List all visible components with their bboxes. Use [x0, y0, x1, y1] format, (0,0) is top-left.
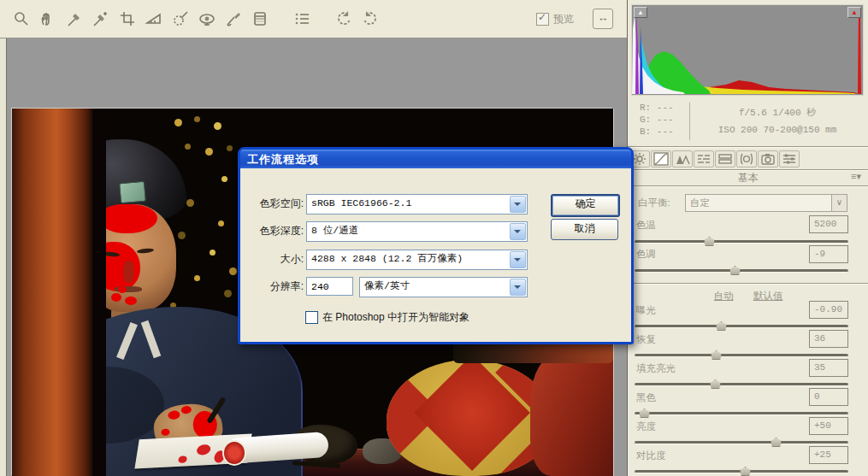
eye: [137, 248, 154, 254]
slider-thumb[interactable]: [729, 266, 741, 275]
highlight-clipping-overlay: [168, 410, 180, 420]
size-dropdown[interactable]: 4288 x 2848 (12.2 百万像素): [306, 250, 528, 270]
fill-light-value-box[interactable]: 35: [809, 359, 848, 377]
chevron-down-icon: [510, 223, 526, 240]
color-depth-value: 8 位/通道: [311, 225, 358, 236]
contrast-slider[interactable]: [635, 467, 848, 476]
nose-shadow: [123, 261, 134, 283]
split-toning-tab-icon[interactable]: [715, 150, 735, 167]
white-balance-tool-icon[interactable]: [63, 8, 86, 30]
preview-checkbox[interactable]: [536, 13, 549, 26]
detail-tab-icon[interactable]: [672, 150, 693, 167]
tint-label: 色调: [636, 248, 656, 261]
hand-tool-icon[interactable]: [37, 8, 59, 30]
resolution-unit-value: 像素/英寸: [364, 280, 410, 291]
color-depth-dropdown[interactable]: 8 位/通道: [306, 221, 528, 242]
divider: [628, 146, 868, 148]
histogram[interactable]: ▲ ▲: [631, 4, 864, 96]
red-pillow-end: [530, 353, 613, 476]
rotate-left-icon[interactable]: [333, 8, 355, 30]
adjustments-panel: ▲ ▲ R: --- G: --- B: --- f/5.6 1/400 秒 I…: [627, 0, 868, 476]
panel-tabs: [629, 150, 800, 167]
lens-corrections-tab-icon[interactable]: [736, 150, 757, 167]
camera-raw-window: 预览 ↔: [0, 0, 868, 476]
slider-thumb[interactable]: [711, 350, 722, 360]
highlight-clipping-overlay: [111, 293, 121, 302]
fullscreen-toggle-icon[interactable]: ↔: [593, 9, 613, 29]
rotate-right-icon[interactable]: [359, 8, 381, 30]
panel-menu-icon[interactable]: ≡▾: [851, 171, 861, 182]
white-balance-label: 白平衡:: [638, 197, 670, 209]
slider-thumb[interactable]: [704, 237, 715, 246]
temperature-label: 色温: [636, 219, 656, 232]
slider-thumb[interactable]: [639, 408, 650, 418]
slider-thumb[interactable]: [771, 438, 782, 447]
rgb-r-readout: R: ---: [640, 103, 674, 113]
exposure-label: 曝光: [636, 304, 656, 317]
tint-slider[interactable]: [635, 266, 848, 276]
brightness-label: 亮度: [636, 420, 656, 433]
white-balance-dropdown[interactable]: 自定 ∨: [685, 194, 847, 212]
highlight-clipping-overlay: [161, 428, 170, 436]
spot-removal-tool-icon[interactable]: [169, 8, 192, 30]
rgb-g-readout: G: ---: [640, 115, 674, 125]
highlight-clipping-warning[interactable]: ▲: [847, 7, 861, 18]
default-link[interactable]: 默认值: [753, 291, 783, 301]
cancel-button[interactable]: 取消: [551, 219, 618, 240]
camera-calibration-tab-icon[interactable]: [758, 150, 778, 167]
slider-track: [635, 269, 848, 273]
highlight-clipping-overlay: [101, 204, 157, 233]
red-ink-smudge: [196, 444, 211, 455]
divider: [628, 283, 868, 285]
graduated-filter-tool-icon[interactable]: [249, 8, 271, 30]
chevron-down-icon: [510, 279, 526, 296]
highlight-clipping-overlay: [180, 406, 192, 414]
adjustment-brush-tool-icon[interactable]: [222, 8, 245, 30]
blacks-value-box[interactable]: 0: [809, 388, 848, 406]
presets-tab-icon[interactable]: [779, 150, 800, 167]
toolbar: 预览 ↔: [0, 0, 627, 38]
exif-readout: R: --- G: --- B: --- f/5.6 1/400 秒 ISO 2…: [628, 97, 868, 147]
divider: [689, 103, 690, 140]
hat-jade-ornament: [119, 181, 146, 204]
rgb-b-readout: B: ---: [640, 126, 674, 137]
color-sampler-tool-icon[interactable]: [90, 8, 112, 30]
color-space-label: 色彩空间:: [242, 194, 304, 213]
blacks-label: 黑色: [636, 391, 656, 404]
slider-thumb[interactable]: [710, 379, 721, 389]
smart-object-checkbox[interactable]: [305, 311, 318, 324]
aperture-shutter-readout: f/5.6 1/400 秒: [696, 106, 859, 119]
ok-button[interactable]: 确定: [551, 194, 620, 217]
workflow-options-dialog: 工作流程选项 色彩空间: sRGB IEC61966-2.1 确定 色彩深度: …: [238, 147, 634, 344]
resolution-unit-dropdown[interactable]: 像素/英寸: [359, 277, 528, 297]
dialog-title-bar[interactable]: 工作流程选项: [240, 150, 631, 168]
collar: [141, 320, 162, 358]
red-ink-smudge: [178, 455, 187, 463]
hsl-grayscale-tab-icon[interactable]: [694, 150, 714, 167]
preferences-icon[interactable]: [291, 8, 313, 30]
contrast-label: 对比度: [636, 450, 666, 462]
size-label: 大小:: [242, 250, 304, 268]
fill-light-label: 填充亮光: [636, 362, 676, 375]
resolution-input[interactable]: [306, 277, 353, 296]
zoom-tool-icon[interactable]: [10, 8, 32, 30]
temperature-value-box[interactable]: 5200: [809, 215, 848, 233]
recovery-value-box[interactable]: 36: [809, 330, 848, 348]
exposure-value-box[interactable]: -0.90: [809, 301, 848, 319]
shadow-clipping-warning[interactable]: ▲: [634, 7, 647, 18]
tone-curve-tab-icon[interactable]: [651, 150, 671, 167]
color-depth-label: 色彩深度:: [242, 221, 304, 240]
size-value: 4288 x 2848 (12.2 百万像素): [311, 253, 463, 264]
slider-track: [635, 354, 848, 357]
crop-tool-icon[interactable]: [116, 8, 139, 30]
straighten-tool-icon[interactable]: [143, 8, 165, 30]
tint-value-box[interactable]: -9: [809, 245, 848, 263]
slider-thumb[interactable]: [740, 467, 751, 476]
auto-link[interactable]: 自动: [714, 291, 734, 301]
brightness-value-box[interactable]: +50: [809, 417, 848, 435]
color-space-dropdown[interactable]: sRGB IEC61966-2.1: [306, 194, 528, 214]
contrast-value-box[interactable]: +25: [809, 446, 848, 464]
preview-label: 预览: [553, 12, 574, 26]
red-eye-tool-icon[interactable]: [196, 8, 218, 30]
slider-thumb[interactable]: [716, 321, 727, 331]
